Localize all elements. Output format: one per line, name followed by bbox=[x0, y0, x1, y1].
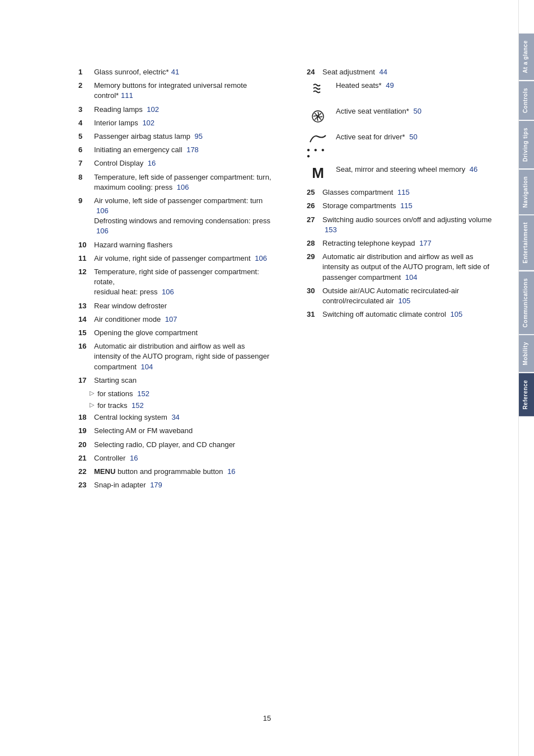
item-number: 18 bbox=[78, 412, 94, 422]
item-text: Snap-in adapter 179 bbox=[94, 480, 273, 490]
list-item: 4 Interior lamps 102 bbox=[78, 118, 273, 128]
sub-arrow-icon: ▷ bbox=[90, 401, 94, 411]
memory-icon: M bbox=[307, 165, 329, 182]
list-item: 26 Storage compartments 115 bbox=[307, 201, 502, 211]
item-number: 24 bbox=[307, 67, 322, 77]
item-text: Selecting AM or FM waveband bbox=[94, 426, 273, 436]
item-number: 26 bbox=[307, 201, 322, 211]
left-column: 1 Glass sunroof, electric*41 2 Memory bu… bbox=[78, 67, 273, 722]
list-item: 31 Switching off automatic climate contr… bbox=[307, 309, 502, 320]
list-item: 5 Passenger airbag status lamp 95 bbox=[78, 132, 273, 142]
sidebar-tab-reference[interactable]: Reference bbox=[519, 373, 535, 416]
item-number: 29 bbox=[307, 252, 322, 283]
list-item: 6 Initiating an emergency call 178 bbox=[78, 145, 273, 155]
sidebar: At a glance Controls Driving tips Naviga… bbox=[518, 0, 534, 756]
item-text: Seat adjustment 44 bbox=[322, 67, 502, 77]
sub-item-stations: ▷ for stations 152 bbox=[90, 389, 273, 399]
item-number: 21 bbox=[78, 453, 94, 463]
item-number: 14 bbox=[78, 314, 94, 325]
item-number: 1 bbox=[78, 67, 94, 77]
list-item: 3 Reading lamps 102 bbox=[78, 105, 273, 115]
heated-seats-text: Heated seats* 49 bbox=[336, 81, 502, 91]
item-text: Interior lamps 102 bbox=[94, 118, 273, 128]
item-text: Switching off automatic climate control … bbox=[322, 309, 502, 320]
sub-item-tracks: ▷ for tracks 152 bbox=[90, 401, 273, 411]
memory-m-letter: M bbox=[312, 165, 324, 182]
item-number: 9 bbox=[78, 196, 94, 237]
list-item: 23 Snap-in adapter 179 bbox=[78, 480, 273, 490]
item-number: 27 bbox=[307, 215, 322, 235]
list-item: 13 Rear window defroster bbox=[78, 301, 273, 311]
item-text: Automatic air distribution and airflow a… bbox=[94, 341, 273, 372]
heated-seats-icon bbox=[307, 81, 329, 101]
sub-item-text: for tracks 152 bbox=[97, 401, 144, 411]
item-number: 28 bbox=[307, 238, 322, 248]
list-item: 25 Glasses compartment 115 bbox=[307, 187, 502, 198]
item-number: 5 bbox=[78, 132, 94, 142]
item-text: Passenger airbag status lamp 95 bbox=[94, 132, 273, 142]
item-number: 30 bbox=[307, 286, 322, 306]
item-text: Initiating an emergency call 178 bbox=[94, 145, 273, 155]
sub-arrow-icon: ▷ bbox=[90, 389, 94, 399]
list-item: 17 Starting scan bbox=[78, 375, 273, 386]
item-number: 25 bbox=[307, 187, 322, 198]
item-text: Rear window defroster bbox=[94, 301, 273, 311]
list-item: 14 Air conditioner mode 107 bbox=[78, 314, 273, 325]
item-text: Outside air/AUC Automatic recirculated-a… bbox=[322, 286, 502, 306]
item-text: Switching audio sources on/off and adjus… bbox=[322, 215, 502, 235]
item-number: 7 bbox=[78, 158, 94, 168]
list-item: 15 Opening the glove compartment bbox=[78, 328, 273, 338]
sidebar-tab-entertainment[interactable]: Entertainment bbox=[519, 215, 535, 270]
item-number: 31 bbox=[307, 309, 322, 320]
item-number: 13 bbox=[78, 301, 94, 311]
sub-item-text: for stations 152 bbox=[97, 389, 149, 399]
item-number: 3 bbox=[78, 105, 94, 115]
item-text: Glasses compartment 115 bbox=[322, 187, 502, 198]
ventilation-icon-svg bbox=[307, 106, 329, 126]
heated-icon-svg bbox=[308, 81, 328, 101]
item-number: 2 bbox=[78, 81, 94, 101]
item-text: Reading lamps 102 bbox=[94, 105, 273, 115]
sidebar-tab-driving-tips[interactable]: Driving tips bbox=[519, 121, 535, 168]
item-number: 23 bbox=[78, 480, 94, 490]
item-text: Glass sunroof, electric*41 bbox=[94, 67, 273, 77]
item-text: Control Display 16 bbox=[94, 158, 273, 168]
list-item: 27 Switching audio sources on/off and ad… bbox=[307, 215, 502, 235]
item-text: Air volume, right side of passenger comp… bbox=[94, 253, 273, 264]
list-item: 24 Seat adjustment 44 bbox=[307, 67, 502, 77]
sidebar-tab-navigation[interactable]: Navigation bbox=[519, 170, 535, 214]
item-number: 20 bbox=[78, 440, 94, 450]
page-number: 15 bbox=[263, 714, 271, 722]
list-item: 10 Hazard warning flashers bbox=[78, 240, 273, 250]
item-text: Memory buttons for integrated universal … bbox=[94, 81, 273, 101]
item-number: 6 bbox=[78, 145, 94, 155]
ventilation-icon bbox=[307, 106, 329, 126]
page-container: 1 Glass sunroof, electric*41 2 Memory bu… bbox=[0, 0, 534, 756]
item-number: 8 bbox=[78, 172, 94, 192]
list-item: 30 Outside air/AUC Automatic recirculate… bbox=[307, 286, 502, 306]
item-number: 10 bbox=[78, 240, 94, 250]
heated-seats-item: Heated seats* 49 bbox=[307, 81, 502, 101]
ventilation-item: Active seat ventilation* 50 bbox=[307, 106, 502, 126]
list-item: 21 Controller 16 bbox=[78, 453, 273, 463]
driver-icon-svg bbox=[308, 132, 328, 144]
sidebar-tab-mobility[interactable]: Mobility bbox=[519, 335, 535, 372]
list-item: 28 Retracting telephone keypad 177 bbox=[307, 238, 502, 248]
sidebar-tab-controls[interactable]: Controls bbox=[519, 81, 535, 120]
sidebar-tab-communications[interactable]: Communications bbox=[519, 271, 535, 334]
list-item: 16 Automatic air distribution and airflo… bbox=[78, 341, 273, 372]
item-text: Retracting telephone keypad 177 bbox=[322, 238, 502, 248]
driver-seat-icon: ● ● ● ● bbox=[307, 132, 329, 159]
list-item: 9 Air volume, left side of passenger com… bbox=[78, 196, 273, 237]
memory-text: Seat, mirror and steering wheel memory 4… bbox=[336, 165, 502, 175]
item-number: 16 bbox=[78, 341, 94, 372]
item-number: 15 bbox=[78, 328, 94, 338]
item-text: Temperature, left side of passenger comp… bbox=[94, 172, 273, 192]
sidebar-tab-at-a-glance[interactable]: At a glance bbox=[519, 34, 535, 80]
list-item: 19 Selecting AM or FM waveband bbox=[78, 426, 273, 436]
item-text: Controller 16 bbox=[94, 453, 273, 463]
main-content: 1 Glass sunroof, electric*41 2 Memory bu… bbox=[0, 0, 518, 756]
item-text: Hazard warning flashers bbox=[94, 240, 273, 250]
list-item: 22 MENU button and programmable button 1… bbox=[78, 467, 273, 477]
list-item: 11 Air volume, right side of passenger c… bbox=[78, 253, 273, 264]
